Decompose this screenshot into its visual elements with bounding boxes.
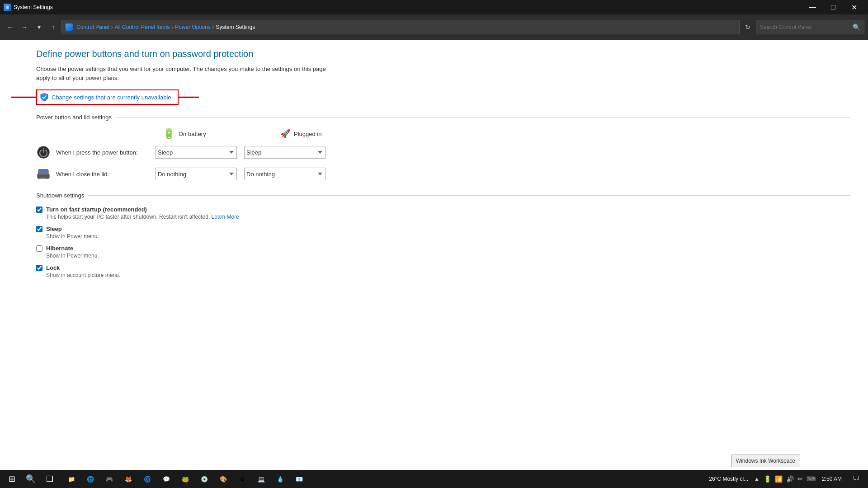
navigation-bar: ← → ▾ ↑ Control Panel › All Control Pane… — [0, 14, 868, 40]
dropdown-button[interactable]: ▾ — [33, 21, 45, 33]
forward-button[interactable]: → — [18, 21, 31, 33]
lock-row: Lock Show in account picture menu. — [36, 264, 850, 278]
breadcrumb-all-items[interactable]: All Control Panel Items — [114, 24, 170, 30]
lid-plugged-dropdown[interactable]: Do nothing Sleep Hibernate Shut down Tur… — [244, 168, 326, 180]
shield-icon — [40, 93, 49, 102]
system-tray: ▲ 🔋 📶 🔊 ✏ ⌨ — [753, 474, 816, 483]
notification-button[interactable]: 🗨 — [847, 470, 865, 488]
page-description: Choose the power settings that you want … — [36, 65, 335, 82]
breadcrumb-sep-2: › — [171, 24, 173, 30]
learn-more-link[interactable]: Learn More — [212, 214, 239, 220]
paint-app[interactable]: 💧 — [271, 470, 289, 488]
taskbar-left: ⊞ 🔍 ❑ — [3, 470, 59, 488]
settings-app[interactable]: ⚙ — [233, 470, 251, 488]
breadcrumb-icon — [66, 23, 73, 31]
red-right-annotation — [179, 97, 199, 98]
sleep-checkbox[interactable] — [36, 226, 42, 232]
fast-startup-row: Turn on fast startup (recommended) This … — [36, 206, 850, 220]
xbox-app[interactable]: 🎮 — [100, 470, 118, 488]
sleep-label: Sleep — [46, 225, 62, 232]
search-bar: 🔍 — [756, 20, 864, 34]
power-button-battery-dropdown[interactable]: Sleep Hibernate Shut down Turn off the d… — [156, 146, 237, 159]
lock-label: Lock — [46, 264, 60, 271]
battery-tray-icon[interactable]: 🔋 — [763, 474, 772, 483]
refresh-button[interactable]: ↻ — [741, 21, 754, 33]
weather-info: 26°C Mostly cl... — [709, 476, 748, 482]
task-view-button[interactable]: ❑ — [41, 470, 59, 488]
taskbar-apps: 📁 🌐 🎮 🦊 🌀 💬 🐸 💿 🎨 ⚙ 💻 💧 📧 — [62, 470, 308, 488]
file-explorer-app[interactable]: 📁 — [62, 470, 80, 488]
firefox-app[interactable]: 🦊 — [119, 470, 137, 488]
breadcrumb-bar: Control Panel › All Control Panel Items … — [61, 20, 740, 34]
svg-rect-4 — [40, 178, 47, 178]
chrome-app[interactable]: 🌀 — [138, 470, 156, 488]
lid-battery-dropdown[interactable]: Do nothing Sleep Hibernate Shut down Tur… — [156, 168, 237, 180]
spotify-app[interactable]: 🐸 — [176, 470, 194, 488]
title-bar: ⚙ System Settings — □ ✕ — [0, 0, 868, 14]
change-settings-link[interactable]: Change settings that are currently unava… — [52, 94, 171, 101]
sleep-desc: Show in Power menu. — [46, 233, 850, 239]
window-title: System Settings — [14, 4, 53, 10]
fast-startup-checkbox[interactable] — [36, 206, 42, 213]
hibernate-row: Hibernate Show in Power menu. — [36, 245, 850, 259]
terminal-app[interactable]: 💻 — [252, 470, 270, 488]
breadcrumb-control-panel[interactable]: Control Panel — [76, 24, 109, 30]
lock-checkbox[interactable] — [36, 265, 42, 271]
breadcrumb-sep-3: › — [212, 24, 214, 30]
app-icon: ⚙ — [4, 4, 11, 11]
search-button[interactable]: 🔍 — [22, 470, 40, 488]
close-button[interactable]: ✕ — [844, 0, 864, 14]
tray-chevron[interactable]: ▲ — [753, 474, 761, 483]
battery-icon: 🔋 — [163, 128, 175, 140]
lid-icon — [36, 167, 51, 181]
svg-rect-3 — [39, 170, 47, 174]
change-settings-box: Change settings that are currently unava… — [36, 89, 179, 105]
taskbar: ⊞ 🔍 ❑ 📁 🌐 🎮 🦊 🌀 💬 🐸 💿 🎨 ⚙ 💻 💧 📧 26°C Mos… — [0, 470, 868, 488]
power-button-section: Power button and lid settings 🔋 On batte… — [36, 114, 850, 181]
main-content: Define power buttons and turn on passwor… — [0, 40, 868, 470]
fast-startup-label-row: Turn on fast startup (recommended) — [36, 206, 850, 213]
skype-app[interactable]: 💬 — [157, 470, 175, 488]
column-headers: 🔋 On battery 🚀 Plugged in — [163, 128, 850, 140]
plugged-in-header: 🚀 Plugged in — [280, 129, 371, 139]
lock-label-row: Lock — [36, 264, 850, 271]
back-button[interactable]: ← — [4, 21, 16, 33]
search-input[interactable] — [760, 24, 851, 30]
on-battery-header: 🔋 On battery — [163, 128, 253, 140]
lid-row: When I close the lid: Do nothing Sleep H… — [36, 167, 850, 181]
hibernate-checkbox[interactable] — [36, 245, 42, 252]
lid-icon-svg — [37, 168, 50, 180]
sleep-row: Sleep Show in Power menu. — [36, 225, 850, 239]
red-left-annotation — [11, 97, 36, 98]
volume-tray-icon[interactable]: 🔊 — [785, 474, 795, 483]
keyboard-tray-icon[interactable]: ⌨ — [806, 474, 816, 483]
weather-icon[interactable]: 26°C Mostly cl... — [706, 470, 751, 488]
maximize-button[interactable]: □ — [823, 0, 844, 14]
shutdown-section: Shutdown settings Turn on fast startup (… — [36, 192, 850, 278]
sleep-label-row: Sleep — [36, 225, 850, 232]
search-icon: 🔍 — [853, 23, 860, 31]
media-app[interactable]: 💿 — [195, 470, 213, 488]
hibernate-label: Hibernate — [46, 245, 73, 252]
up-button[interactable]: ↑ — [47, 21, 60, 33]
hibernate-desc: Show in Power menu. — [46, 253, 850, 259]
power-button-label: When I press the power button: — [56, 149, 156, 156]
hibernate-label-row: Hibernate — [36, 245, 850, 252]
fast-startup-desc: This helps start your PC faster after sh… — [46, 214, 850, 220]
plug-icon: 🚀 — [280, 129, 290, 139]
title-bar-left: ⚙ System Settings — [4, 4, 53, 11]
breadcrumb-power-options[interactable]: Power Options — [175, 24, 211, 30]
edge-app[interactable]: 🌐 — [81, 470, 99, 488]
lock-desc: Show in account picture menu. — [46, 272, 850, 278]
start-button[interactable]: ⊞ — [3, 470, 21, 488]
power-button-icon — [36, 145, 51, 160]
minimize-button[interactable]: — — [802, 0, 823, 14]
ink-tray-icon[interactable]: ✏ — [797, 474, 804, 483]
mail-app[interactable]: 📧 — [290, 470, 308, 488]
power-button-plugged-dropdown[interactable]: Sleep Hibernate Shut down Turn off the d… — [244, 146, 326, 159]
clock-time: 2:50 AM — [822, 476, 842, 482]
network-tray-icon[interactable]: 📶 — [774, 474, 783, 483]
illustrator-app[interactable]: 🎨 — [214, 470, 232, 488]
power-icon-svg — [37, 146, 50, 159]
clock[interactable]: 2:50 AM — [818, 476, 845, 482]
